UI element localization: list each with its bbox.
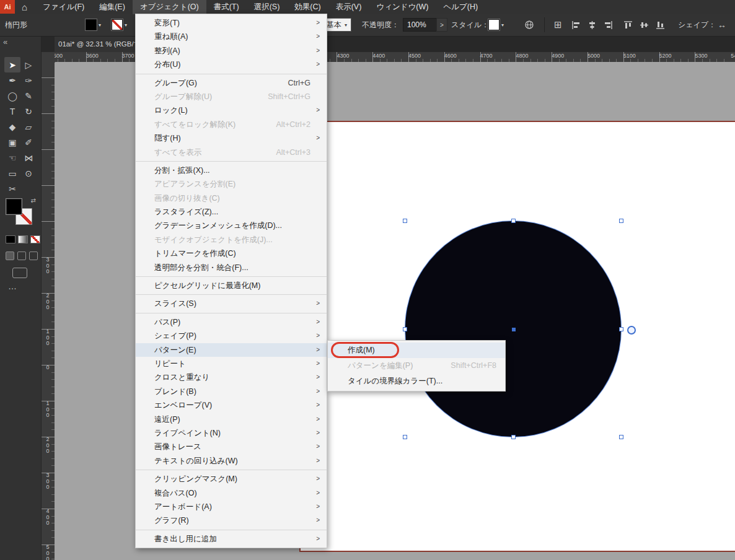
align-top-icon[interactable] xyxy=(623,14,633,36)
menu-item-トリムマークを作成(C)[interactable]: トリムマークを作成(C) xyxy=(136,247,327,260)
menu-item-スライス(S)[interactable]: スライス(S)> xyxy=(136,297,327,310)
menubar-item-表示(V)[interactable]: 表示(V) xyxy=(328,0,369,14)
menubar-item-書式(T)[interactable]: 書式(T) xyxy=(206,0,247,14)
submenu-item-作成(M)[interactable]: 作成(M) xyxy=(328,343,505,358)
swap-fill-stroke-icon[interactable]: ⇄ xyxy=(31,197,36,204)
ruler-corner[interactable] xyxy=(41,52,55,63)
menu-item-遠近(P)[interactable]: 遠近(P)> xyxy=(136,413,327,426)
draw-inside-button[interactable] xyxy=(29,252,38,260)
selection-handle[interactable] xyxy=(403,435,407,439)
menu-item-複合パス(O)[interactable]: 複合パス(O)> xyxy=(136,486,327,500)
stroke-none-swatch[interactable] xyxy=(112,19,123,30)
menubar-item-ヘルプ(H)[interactable]: ヘルプ(H) xyxy=(436,0,485,14)
menu-item-ブレンド(B)[interactable]: ブレンド(B)> xyxy=(136,385,327,398)
draw-normal-button[interactable] xyxy=(6,252,14,260)
arrange-icon[interactable]: ⊞ xyxy=(554,14,562,36)
menu-item-ピクセルグリッドに最適化(M)[interactable]: ピクセルグリッドに最適化(M) xyxy=(136,279,327,292)
submenu-item-タイルの境界線カラー(T)...[interactable]: タイルの境界線カラー(T)... xyxy=(328,374,505,389)
collapse-panel-icon[interactable]: « xyxy=(3,37,7,46)
width-tool[interactable]: ⋈ xyxy=(20,150,37,165)
style-dropdown[interactable]: ▾ xyxy=(488,14,504,36)
menu-item-エンベロープ(V)[interactable]: エンベロープ(V)> xyxy=(136,398,327,412)
more-tools-button[interactable]: … xyxy=(8,281,18,291)
fill-indicator-black[interactable] xyxy=(6,198,22,215)
align-bottom-icon[interactable] xyxy=(656,14,665,36)
selection-handle[interactable] xyxy=(511,219,516,223)
home-icon[interactable]: ⌂ xyxy=(22,2,27,12)
gradient-mode-button[interactable] xyxy=(18,235,28,243)
selection-handle[interactable] xyxy=(511,435,516,439)
rotate-tool[interactable]: ↻ xyxy=(20,103,37,119)
menu-item-隠す(H)[interactable]: 隠す(H)> xyxy=(136,131,327,145)
eraser-tool[interactable]: ◆ xyxy=(4,119,20,134)
hand-tool[interactable]: ☜ xyxy=(4,150,20,165)
zoom-tool[interactable]: ⊙ xyxy=(20,165,37,181)
menu-item-変形(T)[interactable]: 変形(T)> xyxy=(136,16,327,30)
selection-center-point[interactable] xyxy=(512,328,516,331)
knife-tool[interactable]: ✂ xyxy=(4,181,20,196)
menu-item-テキストの回り込み(W)[interactable]: テキストの回り込み(W)> xyxy=(136,454,327,468)
menu-item-重ね順(A)[interactable]: 重ね順(A)> xyxy=(136,30,327,43)
type-tool[interactable]: T xyxy=(4,103,20,119)
menu-item-透明部分を分割・統合(F)...[interactable]: 透明部分を分割・統合(F)... xyxy=(136,261,327,274)
align-left-icon[interactable] xyxy=(571,14,581,36)
menu-item-ライブペイント(N)[interactable]: ライブペイント(N)> xyxy=(136,426,327,440)
pen-tool[interactable]: ✒ xyxy=(4,72,20,88)
menu-item-グラデーションメッシュを作成(D)...[interactable]: グラデーションメッシュを作成(D)... xyxy=(136,219,327,232)
color-mode-button[interactable] xyxy=(6,235,15,243)
menu-item-ロック(L)[interactable]: ロック(L)> xyxy=(136,103,327,117)
shape-builder-tool[interactable]: ▣ xyxy=(4,134,20,150)
menu-item-書き出し用に追加[interactable]: 書き出し用に追加> xyxy=(136,532,327,546)
menubar-item-オブジェクト(O)[interactable]: オブジェクト(O) xyxy=(133,0,206,14)
vertical-ruler[interactable]: 3 0 02 0 01 0 001 0 02 0 03 0 04 0 05 0 … xyxy=(41,62,55,560)
selection-handle[interactable] xyxy=(619,219,623,223)
menu-item-クリッピングマスク(M)[interactable]: クリッピングマスク(M)> xyxy=(136,472,327,486)
fill-color-swatch[interactable] xyxy=(86,19,97,30)
menubar-item-選択(S)[interactable]: 選択(S) xyxy=(247,0,288,14)
menu-item-シェイプ(P)[interactable]: シェイプ(P)> xyxy=(136,329,327,343)
direct-selection-tool[interactable]: ▷ xyxy=(20,57,37,72)
draw-behind-button[interactable] xyxy=(17,252,26,260)
none-mode-button[interactable] xyxy=(30,235,40,243)
menu-item-リピート[interactable]: リピート> xyxy=(136,357,327,370)
align-center-horizontal-icon[interactable] xyxy=(588,14,597,36)
selection-handle[interactable] xyxy=(619,327,623,331)
screen-mode-button[interactable] xyxy=(12,268,27,278)
menubar-item-効果(C)[interactable]: 効果(C) xyxy=(287,0,328,14)
opacity-options-button[interactable]: > xyxy=(436,14,447,36)
menu-item-ラスタライズ(Z)...[interactable]: ラスタライズ(Z)... xyxy=(136,205,327,219)
curvature-tool[interactable]: ✑ xyxy=(20,72,37,88)
opacity-input[interactable]: 100% xyxy=(403,14,440,36)
selection-handle[interactable] xyxy=(403,219,407,223)
menu-item-パス(P)[interactable]: パス(P)> xyxy=(136,315,327,329)
artboard-tool[interactable]: ▭ xyxy=(4,165,20,181)
menu-item-整列(A)[interactable]: 整列(A)> xyxy=(136,44,327,58)
menubar-item-編集(E)[interactable]: 編集(E) xyxy=(92,0,133,14)
menu-item-分割・拡張(X)...[interactable]: 分割・拡張(X)... xyxy=(136,164,327,177)
opacity-value[interactable]: 100% xyxy=(403,18,440,32)
menu-item-画像トレース[interactable]: 画像トレース> xyxy=(136,440,327,453)
menu-item-グラフ(R)[interactable]: グラフ(R)> xyxy=(136,514,327,527)
eyedropper-tool[interactable]: ✐ xyxy=(20,134,37,150)
menu-item-分布(U)[interactable]: 分布(U)> xyxy=(136,58,327,71)
align-center-vertical-icon[interactable] xyxy=(640,14,649,36)
paintbrush-tool[interactable]: ✎ xyxy=(20,88,37,103)
document-setup-globe-icon[interactable] xyxy=(524,14,534,36)
selection-handle[interactable] xyxy=(403,327,407,331)
menu-item-パターン(E)[interactable]: パターン(E)> xyxy=(136,343,327,357)
menubar-item-ウィンドウ(W)[interactable]: ウィンドウ(W) xyxy=(369,0,436,14)
selection-tool[interactable]: ➤ xyxy=(4,57,20,72)
stroke-color-dropdown[interactable]: ▾ xyxy=(112,14,127,36)
menu-item-クロスと重なり[interactable]: クロスと重なり> xyxy=(136,370,327,384)
shape-rotate-widget[interactable] xyxy=(627,326,636,335)
menu-item-グループ(G)[interactable]: グループ(G)Ctrl+G xyxy=(136,76,327,90)
selection-handle[interactable] xyxy=(619,435,623,439)
double-arrow-icon[interactable]: ↔ xyxy=(718,14,726,36)
style-swatch[interactable] xyxy=(488,19,500,30)
align-right-icon[interactable] xyxy=(604,14,613,36)
ellipse-tool[interactable]: ◯ xyxy=(4,88,20,103)
menu-item-アートボード(A)[interactable]: アートボード(A)> xyxy=(136,500,327,514)
menubar-item-ファイル(F)[interactable]: ファイル(F) xyxy=(35,0,92,14)
scale-tool[interactable]: ▱ xyxy=(20,119,37,134)
fill-color-dropdown[interactable]: ▾ xyxy=(86,14,101,36)
